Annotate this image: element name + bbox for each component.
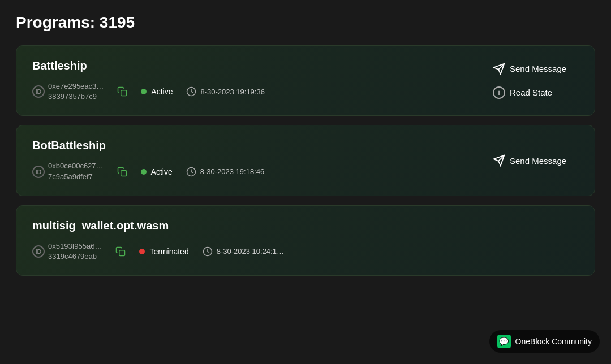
program-meta-multisig: ID 0x5193f955a6…3319c4679eab Terminated <box>32 241 488 262</box>
timestamp-battleship: 8-30-2023 19:19:36 <box>200 88 264 96</box>
status-label-botbattleship: Active <box>151 167 173 176</box>
id-wrapper-multisig: ID 0x5193f955a6…3319c4679eab <box>32 241 102 262</box>
id-text-botbattleship: 0xb0ce00c627…7c9a5a9dfef7 <box>48 161 104 181</box>
program-name-multisig: multisig_wallet.opt.wasm <box>32 219 488 232</box>
status-dot-botbattleship <box>141 169 147 175</box>
card-actions-battleship: Send Message i Read State <box>488 60 579 101</box>
read-state-label-battleship: Read State <box>510 88 552 97</box>
status-label-multisig: Terminated <box>149 247 188 256</box>
program-card-multisig: multisig_wallet.opt.wasm ID 0x5193f955a6… <box>16 205 595 276</box>
program-name-botbattleship: BotBattleship <box>32 139 488 152</box>
card-left-multisig: multisig_wallet.opt.wasm ID 0x5193f955a6… <box>32 219 488 262</box>
status-dot-battleship <box>141 89 147 94</box>
program-name-battleship: Battleship <box>32 59 488 72</box>
send-message-button-botbattleship[interactable]: Send Message <box>488 152 571 169</box>
copy-button-botbattleship[interactable] <box>117 167 127 177</box>
send-message-button-battleship[interactable]: Send Message <box>488 60 571 77</box>
id-wrapper-botbattleship: ID 0xb0ce00c627…7c9a5a9dfef7 <box>32 161 104 181</box>
wechat-icon: 💬 <box>497 335 511 348</box>
id-wrapper-battleship: ID 0xe7e295eac3…38397357b7c9 <box>32 81 104 102</box>
info-icon-battleship: i <box>493 86 505 99</box>
status-wrapper-battleship: Active <box>141 87 173 96</box>
copy-button-battleship[interactable] <box>117 86 127 97</box>
page-title: Programs: 3195 <box>16 14 595 32</box>
id-text-battleship: 0xe7e295eac3…38397357b7c9 <box>48 81 104 102</box>
program-card-botbattleship: BotBattleship ID 0xb0ce00c627…7c9a5a9dfe… <box>16 125 595 196</box>
program-card-battleship: Battleship ID 0xe7e295eac3…38397357b7c9 <box>16 45 595 116</box>
time-wrapper-multisig: 8-30-2023 10:24:1… <box>203 246 284 257</box>
status-label-battleship: Active <box>151 87 173 96</box>
id-icon-botbattleship: ID <box>32 166 45 178</box>
card-left-botbattleship: BotBattleship ID 0xb0ce00c627…7c9a5a9dfe… <box>32 139 488 181</box>
card-left-battleship: Battleship ID 0xe7e295eac3…38397357b7c9 <box>32 59 488 102</box>
status-dot-multisig <box>139 249 145 254</box>
svg-rect-8 <box>119 250 125 256</box>
svg-rect-4 <box>121 170 126 176</box>
status-wrapper-botbattleship: Active <box>141 167 173 176</box>
svg-rect-0 <box>121 90 127 96</box>
timestamp-multisig: 8-30-2023 10:24:1… <box>217 247 284 255</box>
read-state-button-battleship[interactable]: i Read State <box>488 84 557 101</box>
id-icon-multisig: ID <box>32 245 45 258</box>
id-icon-battleship: ID <box>32 85 45 98</box>
id-text-multisig: 0x5193f955a6…3319c4679eab <box>48 241 102 262</box>
card-actions-botbattleship: Send Message <box>488 152 579 169</box>
send-message-label-battleship: Send Message <box>510 64 566 73</box>
status-wrapper-multisig: Terminated <box>139 247 188 256</box>
watermark-label: OneBlock Community <box>515 337 592 346</box>
time-wrapper-botbattleship: 8-30-2023 19:18:46 <box>186 167 264 177</box>
program-meta-battleship: ID 0xe7e295eac3…38397357b7c9 Active <box>32 81 488 102</box>
time-wrapper-battleship: 8-30-2023 19:19:36 <box>186 86 264 97</box>
watermark: 💬 OneBlock Community <box>489 330 600 353</box>
timestamp-botbattleship: 8-30-2023 19:18:46 <box>200 167 264 176</box>
copy-button-multisig[interactable] <box>115 246 126 257</box>
program-meta-botbattleship: ID 0xb0ce00c627…7c9a5a9dfef7 Active <box>32 161 488 181</box>
send-message-label-botbattleship: Send Message <box>510 156 566 166</box>
